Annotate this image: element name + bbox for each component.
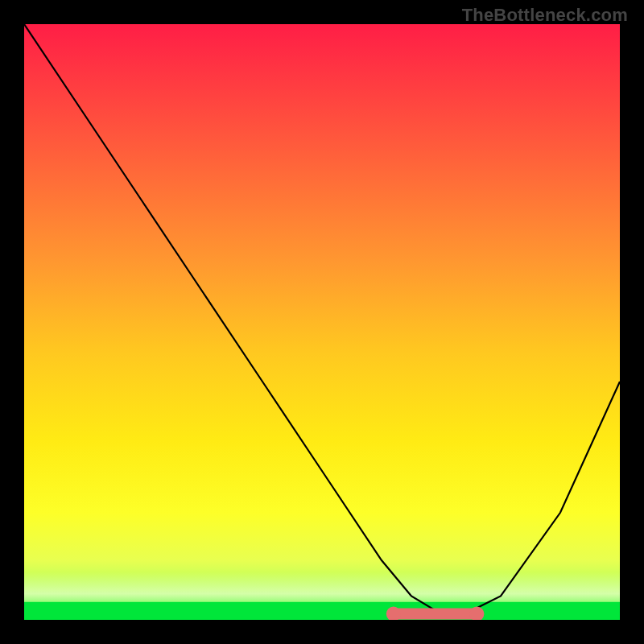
chart-svg (24, 24, 620, 620)
gradient-background (24, 24, 620, 620)
watermark-text: TheBottleneck.com (462, 5, 628, 26)
plot-area (24, 24, 620, 620)
chart-frame: TheBottleneck.com (0, 0, 644, 644)
green-band (24, 602, 620, 620)
